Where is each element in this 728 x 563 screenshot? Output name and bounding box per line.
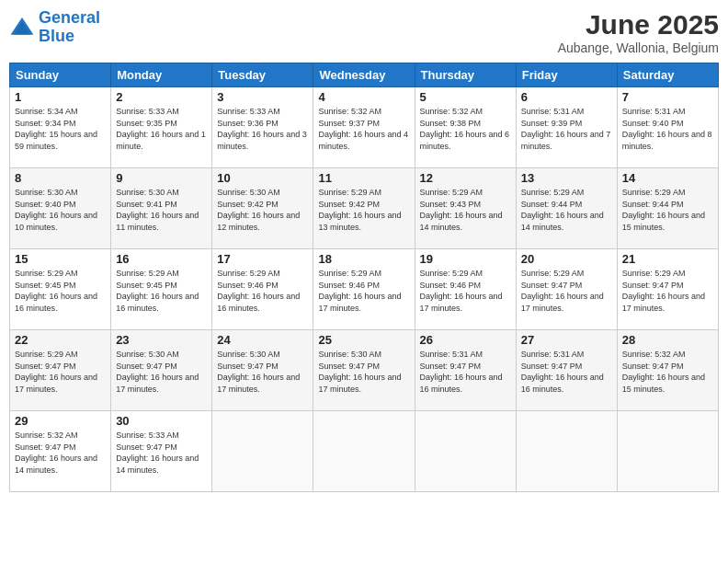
calendar-cell: 15 Sunrise: 5:29 AM Sunset: 9:45 PM Dayl… bbox=[10, 249, 111, 330]
calendar-cell: 2 Sunrise: 5:33 AM Sunset: 9:35 PM Dayli… bbox=[111, 87, 212, 168]
calendar-cell: 9 Sunrise: 5:30 AM Sunset: 9:41 PM Dayli… bbox=[111, 168, 212, 249]
day-info: Sunrise: 5:33 AM Sunset: 9:35 PM Dayligh… bbox=[116, 106, 207, 152]
col-saturday: Saturday bbox=[617, 63, 718, 87]
day-number: 18 bbox=[318, 252, 409, 266]
calendar-cell: 14 Sunrise: 5:29 AM Sunset: 9:44 PM Dayl… bbox=[617, 168, 718, 249]
logo-line1: General bbox=[39, 8, 100, 27]
calendar-cell: 29 Sunrise: 5:32 AM Sunset: 9:47 PM Dayl… bbox=[10, 411, 111, 492]
day-number: 24 bbox=[217, 333, 308, 347]
calendar-cell: 10 Sunrise: 5:30 AM Sunset: 9:42 PM Dayl… bbox=[212, 168, 313, 249]
day-number: 21 bbox=[622, 252, 713, 266]
day-number: 29 bbox=[15, 414, 106, 428]
calendar-cell: 22 Sunrise: 5:29 AM Sunset: 9:47 PM Dayl… bbox=[10, 330, 111, 411]
day-number: 19 bbox=[420, 252, 511, 266]
calendar-cell: 1 Sunrise: 5:34 AM Sunset: 9:34 PM Dayli… bbox=[10, 87, 111, 168]
day-number: 10 bbox=[217, 171, 308, 185]
calendar-cell: 12 Sunrise: 5:29 AM Sunset: 9:43 PM Dayl… bbox=[415, 168, 516, 249]
day-number: 14 bbox=[622, 171, 713, 185]
day-info: Sunrise: 5:32 AM Sunset: 9:47 PM Dayligh… bbox=[622, 349, 713, 395]
col-tuesday: Tuesday bbox=[212, 63, 313, 87]
day-info: Sunrise: 5:30 AM Sunset: 9:40 PM Dayligh… bbox=[15, 187, 106, 233]
day-number: 30 bbox=[116, 414, 207, 428]
day-info: Sunrise: 5:32 AM Sunset: 9:37 PM Dayligh… bbox=[318, 106, 409, 152]
calendar-cell: 7 Sunrise: 5:31 AM Sunset: 9:40 PM Dayli… bbox=[617, 87, 718, 168]
day-info: Sunrise: 5:29 AM Sunset: 9:46 PM Dayligh… bbox=[217, 268, 308, 314]
day-info: Sunrise: 5:29 AM Sunset: 9:42 PM Dayligh… bbox=[318, 187, 409, 233]
calendar-cell: 6 Sunrise: 5:31 AM Sunset: 9:39 PM Dayli… bbox=[516, 87, 617, 168]
day-info: Sunrise: 5:31 AM Sunset: 9:40 PM Dayligh… bbox=[622, 106, 713, 152]
calendar-cell: 13 Sunrise: 5:29 AM Sunset: 9:44 PM Dayl… bbox=[516, 168, 617, 249]
day-info: Sunrise: 5:29 AM Sunset: 9:46 PM Dayligh… bbox=[420, 268, 511, 314]
subtitle: Aubange, Wallonia, Belgium bbox=[558, 40, 719, 55]
col-sunday: Sunday bbox=[10, 63, 111, 87]
day-info: Sunrise: 5:30 AM Sunset: 9:42 PM Dayligh… bbox=[217, 187, 308, 233]
day-info: Sunrise: 5:29 AM Sunset: 9:47 PM Dayligh… bbox=[622, 268, 713, 314]
day-number: 23 bbox=[116, 333, 207, 347]
calendar-cell: 17 Sunrise: 5:29 AM Sunset: 9:46 PM Dayl… bbox=[212, 249, 313, 330]
col-wednesday: Wednesday bbox=[313, 63, 415, 87]
day-info: Sunrise: 5:29 AM Sunset: 9:44 PM Dayligh… bbox=[622, 187, 713, 233]
calendar-cell: 8 Sunrise: 5:30 AM Sunset: 9:40 PM Dayli… bbox=[10, 168, 111, 249]
calendar-cell bbox=[516, 411, 617, 492]
calendar-cell: 26 Sunrise: 5:31 AM Sunset: 9:47 PM Dayl… bbox=[415, 330, 516, 411]
calendar-cell: 11 Sunrise: 5:29 AM Sunset: 9:42 PM Dayl… bbox=[313, 168, 415, 249]
calendar-cell: 20 Sunrise: 5:29 AM Sunset: 9:47 PM Dayl… bbox=[516, 249, 617, 330]
day-number: 28 bbox=[622, 333, 713, 347]
day-info: Sunrise: 5:32 AM Sunset: 9:38 PM Dayligh… bbox=[420, 106, 511, 152]
day-info: Sunrise: 5:29 AM Sunset: 9:43 PM Dayligh… bbox=[420, 187, 511, 233]
day-number: 6 bbox=[521, 90, 612, 104]
calendar-cell bbox=[313, 411, 415, 492]
day-info: Sunrise: 5:29 AM Sunset: 9:45 PM Dayligh… bbox=[15, 268, 106, 314]
day-info: Sunrise: 5:29 AM Sunset: 9:47 PM Dayligh… bbox=[521, 268, 612, 314]
day-number: 7 bbox=[622, 90, 713, 104]
day-info: Sunrise: 5:30 AM Sunset: 9:47 PM Dayligh… bbox=[116, 349, 207, 395]
day-number: 2 bbox=[116, 90, 207, 104]
day-number: 3 bbox=[217, 90, 308, 104]
day-info: Sunrise: 5:29 AM Sunset: 9:45 PM Dayligh… bbox=[116, 268, 207, 314]
main-title: June 2025 bbox=[558, 9, 719, 40]
logo-icon bbox=[9, 15, 35, 40]
day-number: 9 bbox=[116, 171, 207, 185]
logo: General Blue bbox=[9, 9, 100, 46]
day-number: 20 bbox=[521, 252, 612, 266]
day-info: Sunrise: 5:31 AM Sunset: 9:47 PM Dayligh… bbox=[420, 349, 511, 395]
day-number: 12 bbox=[420, 171, 511, 185]
day-info: Sunrise: 5:30 AM Sunset: 9:47 PM Dayligh… bbox=[217, 349, 308, 395]
calendar-cell bbox=[415, 411, 516, 492]
day-number: 11 bbox=[318, 171, 409, 185]
calendar-header-row: Sunday Monday Tuesday Wednesday Thursday… bbox=[10, 63, 719, 87]
title-block: June 2025 Aubange, Wallonia, Belgium bbox=[558, 9, 719, 55]
page: General Blue June 2025 Aubange, Wallonia… bbox=[0, 0, 728, 563]
day-info: Sunrise: 5:30 AM Sunset: 9:47 PM Dayligh… bbox=[318, 349, 409, 395]
calendar-cell: 24 Sunrise: 5:30 AM Sunset: 9:47 PM Dayl… bbox=[212, 330, 313, 411]
calendar-cell: 28 Sunrise: 5:32 AM Sunset: 9:47 PM Dayl… bbox=[617, 330, 718, 411]
day-info: Sunrise: 5:33 AM Sunset: 9:36 PM Dayligh… bbox=[217, 106, 308, 152]
calendar-cell bbox=[212, 411, 313, 492]
day-number: 15 bbox=[15, 252, 106, 266]
calendar-cell bbox=[617, 411, 718, 492]
calendar-cell: 25 Sunrise: 5:30 AM Sunset: 9:47 PM Dayl… bbox=[313, 330, 415, 411]
day-number: 16 bbox=[116, 252, 207, 266]
day-info: Sunrise: 5:29 AM Sunset: 9:46 PM Dayligh… bbox=[318, 268, 409, 314]
day-number: 17 bbox=[217, 252, 308, 266]
day-info: Sunrise: 5:33 AM Sunset: 9:47 PM Dayligh… bbox=[116, 430, 207, 476]
day-number: 8 bbox=[15, 171, 106, 185]
calendar-cell: 30 Sunrise: 5:33 AM Sunset: 9:47 PM Dayl… bbox=[111, 411, 212, 492]
calendar-cell: 5 Sunrise: 5:32 AM Sunset: 9:38 PM Dayli… bbox=[415, 87, 516, 168]
day-number: 1 bbox=[15, 90, 106, 104]
calendar-cell: 27 Sunrise: 5:31 AM Sunset: 9:47 PM Dayl… bbox=[516, 330, 617, 411]
col-friday: Friday bbox=[516, 63, 617, 87]
header: General Blue June 2025 Aubange, Wallonia… bbox=[9, 9, 719, 55]
calendar-cell: 3 Sunrise: 5:33 AM Sunset: 9:36 PM Dayli… bbox=[212, 87, 313, 168]
day-number: 4 bbox=[318, 90, 409, 104]
day-info: Sunrise: 5:34 AM Sunset: 9:34 PM Dayligh… bbox=[15, 106, 106, 152]
calendar-cell: 21 Sunrise: 5:29 AM Sunset: 9:47 PM Dayl… bbox=[617, 249, 718, 330]
day-number: 5 bbox=[420, 90, 511, 104]
col-thursday: Thursday bbox=[415, 63, 516, 87]
day-info: Sunrise: 5:31 AM Sunset: 9:39 PM Dayligh… bbox=[521, 106, 612, 152]
logo-text: General Blue bbox=[39, 9, 100, 46]
day-number: 13 bbox=[521, 171, 612, 185]
day-info: Sunrise: 5:30 AM Sunset: 9:41 PM Dayligh… bbox=[116, 187, 207, 233]
day-info: Sunrise: 5:32 AM Sunset: 9:47 PM Dayligh… bbox=[15, 430, 106, 476]
day-number: 22 bbox=[15, 333, 106, 347]
